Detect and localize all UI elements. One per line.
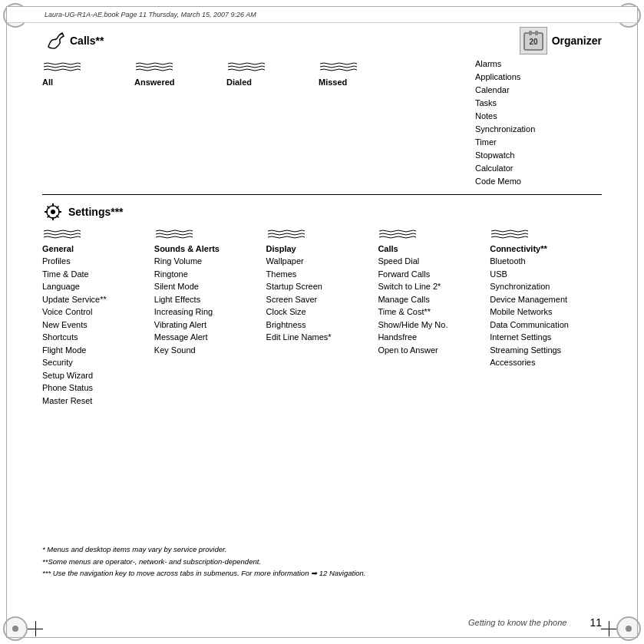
list-item: Security	[42, 356, 154, 369]
list-item: Accessories	[490, 356, 602, 369]
list-item: Tasks	[475, 97, 602, 110]
list-item: Update Service**	[42, 293, 154, 306]
list-item: Manage Calls	[378, 293, 490, 306]
footer-notes: * Menus and desktop items may vary by se…	[42, 543, 602, 579]
list-item: Switch to Line 2*	[378, 280, 490, 293]
list-item: Alarms	[475, 58, 602, 71]
calls-icon	[42, 27, 70, 54]
col-title-sounds: Sounds & Alerts	[154, 244, 266, 253]
list-item: Key Sound	[154, 344, 266, 357]
wavy-general	[42, 229, 82, 239]
col-title-calls: Calls	[378, 244, 490, 253]
calls-col-missed-label: Missed	[319, 78, 347, 87]
list-item: Increasing Ring	[154, 305, 266, 319]
col-items-display: Wallpaper Themes Startup Screen Screen S…	[266, 255, 378, 344]
section-divider	[42, 194, 602, 195]
footer-note-1: * Menus and desktop items may vary by se…	[42, 543, 602, 555]
list-item: Flight Mode	[42, 344, 154, 357]
list-item: Calendar	[475, 84, 602, 97]
main-content: Calls** All	[42, 27, 602, 598]
col-items-sounds: Ring Volume Ringtone Silent Mode Light E…	[154, 255, 266, 356]
settings-icon	[42, 201, 64, 223]
wavy-lines-answered	[134, 61, 174, 74]
organizer-section: 20 Organizer Alarms Applications Calenda…	[475, 27, 602, 188]
organizer-icon: 20	[520, 27, 547, 54]
list-item: Screen Saver	[266, 293, 378, 306]
settings-col-display: Display Wallpaper Themes Startup Screen …	[266, 229, 378, 407]
page-label: Getting to know the phone	[468, 618, 566, 627]
list-item: Handsfree	[378, 331, 490, 344]
list-item: Setup Wizard	[42, 369, 154, 382]
list-item: USB	[490, 268, 602, 281]
list-item: New Events	[42, 319, 154, 332]
list-item: Internet Settings	[490, 331, 602, 344]
list-item: Clock Size	[266, 305, 378, 319]
organizer-list: Alarms Applications Calendar Tasks Notes…	[475, 58, 602, 188]
settings-section: Settings*** General Profiles Time & Date…	[42, 201, 602, 407]
settings-col-sounds: Sounds & Alerts Ring Volume Ringtone Sil…	[154, 229, 266, 407]
settings-header: Settings***	[42, 201, 602, 223]
wavy-display	[266, 229, 306, 239]
wavy-calls	[378, 229, 418, 239]
list-item: Startup Screen	[266, 280, 378, 293]
call-col-missed: Missed	[319, 61, 411, 87]
wavy-lines-missed	[319, 61, 358, 74]
footer-note-2: **Some menus are operator-, network- and…	[42, 556, 602, 567]
list-item: Wallpaper	[266, 255, 378, 268]
svg-text:20: 20	[529, 38, 538, 46]
list-item: Forward Calls	[378, 268, 490, 281]
wavy-sounds	[154, 229, 194, 239]
list-item: Code Memo	[475, 175, 602, 188]
list-item: Bluetooth	[490, 255, 602, 268]
call-col-dialed: Dialed	[226, 61, 319, 87]
list-item: Shortcuts	[42, 331, 154, 344]
calls-col-dialed-label: Dialed	[226, 78, 252, 87]
svg-point-5	[51, 210, 55, 214]
wavy-lines-all	[42, 61, 82, 74]
list-item: Language	[42, 280, 154, 293]
settings-title: Settings***	[68, 206, 124, 218]
top-section: Calls** All	[42, 27, 602, 188]
calls-section: Calls** All	[42, 27, 475, 188]
list-item: Master Reset	[42, 395, 154, 408]
calls-header: Calls**	[42, 27, 475, 54]
calls-title: Calls**	[70, 35, 104, 47]
list-item: Synchronization	[475, 123, 602, 136]
list-item: Time & Cost**	[378, 305, 490, 319]
list-item: Ring Volume	[154, 255, 266, 268]
calls-columns: All Answered	[42, 61, 475, 87]
list-item: Edit Line Names*	[266, 331, 378, 344]
col-title-connectivity: Connectivity**	[490, 244, 602, 253]
settings-col-connectivity: Connectivity** Bluetooth USB Synchroniza…	[490, 229, 602, 407]
list-item: Synchronization	[490, 280, 602, 293]
organizer-header: 20 Organizer	[475, 27, 602, 54]
organizer-title: Organizer	[552, 35, 602, 47]
list-item: Vibrating Alert	[154, 319, 266, 332]
wavy-lines-dialed	[226, 61, 266, 74]
settings-col-general: General Profiles Time & Date Language Up…	[42, 229, 154, 407]
list-item: Phone Status	[42, 381, 154, 395]
list-item: Calculator	[475, 162, 602, 175]
svg-rect-2	[535, 31, 538, 35]
list-item: Brightness	[266, 319, 378, 332]
col-title-display: Display	[266, 244, 378, 253]
settings-col-calls: Calls Speed Dial Forward Calls Switch to…	[378, 229, 490, 407]
svg-rect-1	[529, 31, 532, 35]
list-item: Message Alert	[154, 331, 266, 344]
calls-col-all-label: All	[42, 78, 53, 87]
list-item: Applications	[475, 71, 602, 84]
call-col-answered: Answered	[134, 61, 226, 87]
list-item: Show/Hide My No.	[378, 319, 490, 332]
list-item: Device Management	[490, 293, 602, 306]
list-item: Voice Control	[42, 305, 154, 319]
col-items-connectivity: Bluetooth USB Synchronization Device Man…	[490, 255, 602, 369]
list-item: Notes	[475, 110, 602, 123]
list-item: Themes	[266, 268, 378, 281]
col-items-calls: Speed Dial Forward Calls Switch to Line …	[378, 255, 490, 356]
col-items-general: Profiles Time & Date Language Update Ser…	[42, 255, 154, 407]
col-title-general: General	[42, 244, 154, 253]
list-item: Silent Mode	[154, 280, 266, 293]
wavy-connectivity	[490, 229, 530, 239]
list-item: Streaming Settings	[490, 344, 602, 357]
list-item: Timer	[475, 136, 602, 149]
